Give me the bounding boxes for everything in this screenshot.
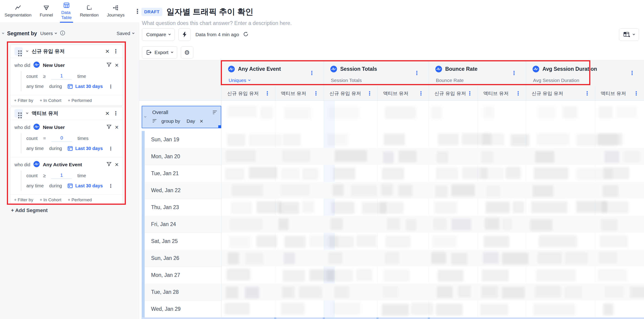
tab-segmentation[interactable]: Segmentation bbox=[4, 0, 32, 23]
redacted-cell-value bbox=[279, 202, 299, 214]
refresh-icon[interactable] bbox=[243, 31, 249, 38]
event-name[interactable]: Any Active Event bbox=[43, 162, 82, 167]
tab-retention[interactable]: Retention bbox=[80, 0, 98, 23]
count-value-input[interactable]: 1 bbox=[51, 73, 72, 79]
segment-menu-icon[interactable]: ⋮ bbox=[113, 111, 118, 116]
remove-event-icon[interactable]: × bbox=[115, 62, 118, 68]
column-menu-icon[interactable]: ⋮ bbox=[516, 91, 521, 96]
column-menu-icon[interactable]: ⋮ bbox=[264, 91, 270, 96]
segment-by-title: Segment by bbox=[7, 30, 37, 37]
clause-menu-icon[interactable]: ⋮ bbox=[108, 183, 113, 188]
anytime-dropdown[interactable]: any time bbox=[26, 183, 44, 188]
sort-icon[interactable] bbox=[213, 111, 217, 115]
segment-column-header[interactable]: 액티브 유저⋮ bbox=[275, 86, 324, 101]
entity-dropdown[interactable]: Users bbox=[40, 31, 57, 36]
metric-group-header[interactable]: Session TotalsSession Totals⋮ bbox=[324, 60, 429, 86]
metric-group-header[interactable]: Bounce RateBounce Rate⋮ bbox=[429, 60, 526, 86]
segment-menu-icon[interactable]: ⋮ bbox=[113, 48, 118, 54]
gear-icon: ⚙ bbox=[184, 49, 190, 56]
filter-icon[interactable] bbox=[106, 124, 112, 131]
description-placeholder[interactable]: What question does this chart answer? En… bbox=[142, 20, 292, 26]
saved-dropdown[interactable]: Saved bbox=[116, 31, 134, 36]
drag-handle-icon[interactable] bbox=[14, 47, 23, 55]
tab-funnel[interactable]: Funnel bbox=[40, 0, 53, 23]
column-group-menu-icon[interactable]: ⋮ bbox=[511, 70, 517, 76]
clause-menu-icon[interactable]: ⋮ bbox=[108, 146, 113, 151]
remove-segment-icon[interactable]: × bbox=[105, 110, 109, 117]
metric-group-header[interactable]: Avg Session DurationAvg Session Duration… bbox=[526, 60, 644, 86]
column-menu-icon[interactable]: ⋮ bbox=[584, 91, 590, 96]
event-name[interactable]: New User bbox=[43, 62, 65, 68]
in-cohort-link[interactable]: + In Cohort bbox=[40, 197, 62, 202]
column-menu-icon[interactable]: ⋮ bbox=[634, 91, 639, 96]
collapse-chevron-icon[interactable] bbox=[26, 49, 28, 52]
anytime-dropdown[interactable]: any time bbox=[26, 146, 44, 151]
tab-data-table[interactable]: Data Table bbox=[61, 0, 72, 23]
column-group-menu-icon[interactable]: ⋮ bbox=[629, 70, 635, 76]
overall-row-header-cell[interactable]: Overall group by Day × bbox=[142, 106, 221, 128]
remove-group-by-icon[interactable]: × bbox=[200, 118, 203, 124]
column-menu-icon[interactable]: ⋮ bbox=[467, 91, 472, 96]
export-button[interactable]: Export bbox=[142, 46, 177, 59]
segment-column-header[interactable]: 신규 유입 유저⋮ bbox=[222, 86, 275, 101]
column-group-menu-icon[interactable]: ⋮ bbox=[414, 70, 420, 76]
table-settings-button[interactable]: ⚙ bbox=[181, 46, 193, 59]
redacted-cell-value bbox=[482, 270, 508, 282]
count-value-input[interactable]: 0 bbox=[51, 135, 72, 142]
group-by-value[interactable]: Day bbox=[186, 118, 195, 124]
operator-dropdown[interactable]: = bbox=[43, 136, 46, 141]
add-segment-button[interactable]: + Add Segment bbox=[11, 208, 48, 213]
remove-segment-icon[interactable]: × bbox=[105, 48, 109, 55]
collapse-chevron-icon[interactable] bbox=[2, 32, 4, 34]
count-unit-label: time bbox=[77, 74, 86, 79]
operator-dropdown[interactable]: ≥ bbox=[43, 173, 46, 178]
filter-icon[interactable] bbox=[106, 62, 112, 68]
performed-link[interactable]: + Performed bbox=[68, 98, 92, 103]
count-value-input[interactable]: 1 bbox=[51, 172, 72, 179]
metric-measure-dropdown[interactable]: Uniques bbox=[228, 78, 250, 83]
add-filter-link[interactable]: + Filter by bbox=[14, 98, 33, 103]
redacted-cell-value bbox=[502, 253, 528, 265]
collapse-chevron-icon[interactable] bbox=[144, 115, 146, 118]
segment-column-header[interactable]: 신규 유입 유저⋮ bbox=[324, 86, 377, 101]
clause-menu-icon[interactable]: ⋮ bbox=[108, 84, 113, 89]
redacted-cell-value bbox=[283, 270, 305, 282]
event-icon bbox=[228, 66, 235, 72]
group-by-handle-icon[interactable] bbox=[153, 119, 156, 123]
segment-column-header[interactable]: 신규 유입 유저⋮ bbox=[526, 86, 595, 101]
date-range-picker[interactable]: Last 30 days bbox=[68, 146, 103, 151]
compare-button[interactable]: Compare bbox=[142, 28, 175, 41]
in-cohort-link[interactable]: + In Cohort bbox=[40, 98, 62, 103]
add-filter-link[interactable]: + Filter by bbox=[14, 197, 33, 202]
table-display-options-button[interactable] bbox=[619, 28, 639, 41]
column-menu-icon[interactable]: ⋮ bbox=[418, 91, 424, 96]
info-icon[interactable] bbox=[60, 30, 65, 37]
selection-corner-handle[interactable] bbox=[218, 125, 221, 128]
remove-event-icon[interactable]: × bbox=[115, 124, 118, 131]
segment-column-header[interactable]: 액티브 유저⋮ bbox=[595, 86, 644, 101]
column-group-menu-icon[interactable]: ⋮ bbox=[309, 70, 314, 76]
realtime-button[interactable] bbox=[178, 28, 191, 41]
column-menu-icon[interactable]: ⋮ bbox=[367, 91, 372, 96]
anytime-dropdown[interactable]: any time bbox=[26, 84, 44, 89]
redacted-cell-value bbox=[227, 134, 245, 146]
segment-column-header[interactable]: 액티브 유저⋮ bbox=[478, 86, 526, 101]
segment-column-header[interactable]: 액티브 유저⋮ bbox=[377, 86, 429, 101]
drag-handle-icon[interactable] bbox=[14, 109, 23, 117]
segment-column-header[interactable]: 신규 유입 유저⋮ bbox=[429, 86, 478, 101]
date-range-picker[interactable]: Last 30 days bbox=[68, 183, 103, 188]
metric-group-header[interactable]: Any Active EventUniques⋮ bbox=[222, 60, 324, 86]
remove-event-icon[interactable]: × bbox=[115, 162, 118, 168]
filter-icon[interactable] bbox=[106, 161, 112, 168]
tab-journeys[interactable]: Journeys bbox=[107, 0, 124, 23]
performed-link[interactable]: + Performed bbox=[68, 197, 92, 202]
collapse-chevron-icon[interactable] bbox=[26, 111, 28, 114]
horizontal-scrollbar[interactable] bbox=[142, 318, 644, 319]
date-range-picker[interactable]: Last 30 days bbox=[68, 84, 103, 89]
column-menu-icon[interactable]: ⋮ bbox=[313, 91, 319, 96]
page-title[interactable]: 일자별 트래픽 추이 확인 bbox=[166, 6, 253, 17]
event-name[interactable]: New User bbox=[43, 125, 65, 130]
segment-card-footer: + Filter by + In Cohort + Performed bbox=[10, 194, 123, 205]
nav-more-menu-icon[interactable]: ⋮ bbox=[134, 8, 140, 15]
operator-dropdown[interactable]: ≥ bbox=[43, 73, 46, 79]
